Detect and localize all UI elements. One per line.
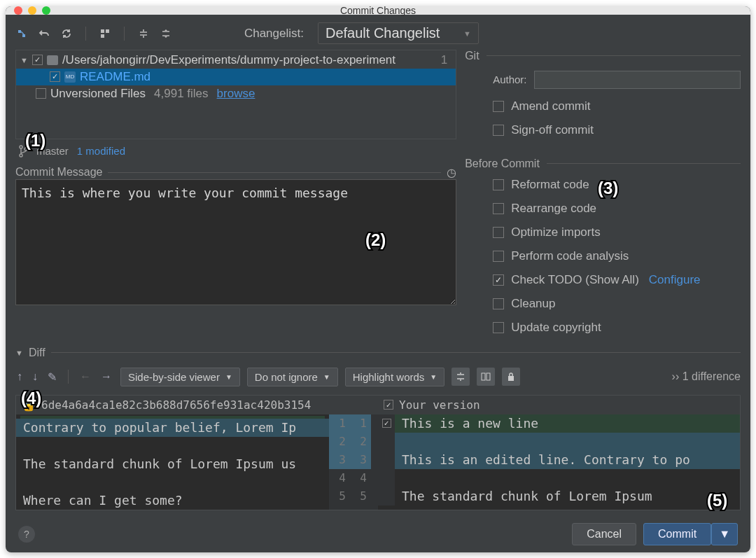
todo-checkbox[interactable] [493, 274, 504, 286]
tree-root-row[interactable]: ▼ /Users/jahongirr/DevExperiments/dummy-… [16, 52, 456, 69]
svg-rect-2 [101, 34, 104, 38]
prev-diff-icon[interactable]: ↑ [15, 370, 24, 383]
help-button[interactable]: ? [18, 526, 35, 543]
titlebar: Commit Changes [6, 6, 750, 15]
chevron-down-icon: ▼ [463, 29, 471, 38]
diff-count: ›› 1 difference [672, 370, 741, 383]
svg-rect-8 [508, 376, 514, 381]
copyright-label: Update copyright [511, 321, 601, 335]
file-row-readme[interactable]: MD README.md [16, 69, 456, 85]
collapse-all-icon[interactable] [160, 27, 172, 40]
rearrange-checkbox[interactable] [493, 203, 504, 214]
cleanup-label: Cleanup [511, 297, 555, 311]
diff-left: 🔒6de4a6a4ca1e82c3b688d7656fe931ac420b315… [16, 396, 378, 510]
chevron-down-icon: ▼ [225, 373, 232, 381]
collapse-unchanged-icon[interactable] [451, 368, 470, 386]
viewer-mode-select[interactable]: Side-by-side viewer▼ [120, 368, 240, 386]
diff-right: Your version This is a new line This is … [378, 396, 740, 510]
chevron-down-icon: ▼ [430, 373, 437, 381]
svg-rect-6 [482, 373, 485, 380]
diff-toolbar: ↑ ↓ ✎ ← → Side-by-side viewer▼ Do not ig… [15, 365, 741, 389]
group-by-icon[interactable] [99, 27, 111, 40]
diff-gutter: 12345 12345 [329, 414, 378, 510]
refresh-icon[interactable] [60, 27, 73, 40]
cleanup-checkbox[interactable] [493, 298, 504, 309]
changelist-select[interactable]: Default Changelist ▼ [318, 22, 479, 44]
changed-files-tree: ▼ /Users/jahongirr/DevExperiments/dummy-… [15, 50, 456, 139]
analysis-checkbox[interactable] [493, 251, 504, 262]
commit-message-header: Commit Message ◷ [15, 166, 456, 179]
expand-icon[interactable]: ▼ [20, 56, 28, 64]
svg-point-3 [20, 146, 22, 148]
commit-dropdown-button[interactable]: ▼ [711, 523, 738, 545]
right-code[interactable]: This is a new line This is an edited lin… [395, 414, 740, 505]
close-window-button[interactable] [14, 6, 22, 15]
minimize-window-button[interactable] [28, 6, 36, 15]
nav-forward-icon[interactable]: → [99, 370, 113, 383]
unversioned-label: Unversioned Files [50, 87, 146, 101]
diff-title: Diff [29, 347, 46, 359]
file-checkbox[interactable] [50, 71, 60, 82]
folder-icon [47, 55, 58, 65]
window-title: Commit Changes [6, 6, 750, 16]
amend-checkbox[interactable] [493, 101, 504, 112]
show-diff-icon[interactable] [15, 27, 28, 40]
changelist-value: Default Changelist [326, 25, 440, 41]
unversioned-row[interactable]: Unversioned Files 4,991 files browse [16, 85, 456, 102]
zoom-window-button[interactable] [42, 6, 50, 15]
copyright-checkbox[interactable] [493, 322, 504, 333]
before-commit-title: Before Commit [465, 158, 540, 170]
left-revision: 6de4a6a4ca1e82c3b688d7656fe931ac420b3154 [41, 398, 311, 412]
todo-label: Check TODO (Show All) [511, 273, 639, 287]
browse-link[interactable]: browse [217, 87, 255, 101]
undo-icon[interactable] [38, 27, 50, 40]
branch-icon [18, 145, 28, 158]
svg-rect-0 [101, 29, 104, 33]
file-name: README.md [80, 70, 150, 84]
cancel-button[interactable]: Cancel [572, 523, 636, 545]
optimize-label: Optimize imports [511, 225, 601, 239]
rearrange-label: Rearrange code [511, 202, 596, 216]
diff-section-header[interactable]: ▼ Diff [15, 347, 741, 359]
edit-icon[interactable]: ✎ [46, 370, 58, 384]
analysis-label: Perform code analysis [511, 249, 629, 263]
commit-message-label: Commit Message [15, 166, 102, 179]
right-checkbox[interactable] [384, 400, 393, 410]
right-revision: Your version [399, 398, 480, 412]
right-checkbox-gutter [378, 414, 395, 505]
reformat-checkbox[interactable] [493, 179, 504, 190]
commit-message-input[interactable] [15, 179, 456, 305]
author-label: Author: [493, 74, 526, 85]
collapse-icon[interactable]: ▼ [15, 349, 23, 357]
left-code[interactable]: Contrary to popular belief, Lorem Ip The… [16, 414, 329, 510]
unversioned-count: 4,991 files [154, 87, 209, 101]
author-input[interactable] [534, 71, 741, 89]
svg-point-4 [20, 154, 22, 157]
lock-icon: 🔒 [22, 398, 36, 412]
diff-viewer: 🔒6de4a6a4ca1e82c3b688d7656fe931ac420b315… [15, 395, 741, 510]
commit-button[interactable]: Commit [643, 523, 711, 545]
expand-all-icon[interactable] [137, 27, 150, 40]
reformat-label: Reformat code [511, 178, 589, 192]
ignore-select[interactable]: Do not ignore▼ [247, 368, 338, 386]
git-section-title: Git [465, 50, 479, 62]
changelist-label: Changelist: [244, 27, 304, 41]
unversioned-checkbox[interactable] [36, 88, 46, 99]
lock-icon[interactable] [502, 368, 520, 386]
markdown-file-icon: MD [64, 71, 76, 83]
next-diff-icon[interactable]: ↓ [31, 370, 39, 383]
highlight-select[interactable]: Highlight words▼ [345, 368, 444, 386]
amend-label: Amend commit [511, 99, 590, 113]
signoff-checkbox[interactable] [493, 125, 504, 136]
svg-point-5 [24, 148, 27, 151]
configure-link[interactable]: Configure [649, 273, 701, 287]
sync-scroll-icon[interactable] [477, 368, 495, 386]
signoff-label: Sign-off commit [511, 123, 594, 137]
history-icon[interactable]: ◷ [447, 166, 456, 179]
branch-modified: 1 modified [77, 145, 125, 157]
line-checkbox[interactable] [382, 419, 391, 428]
commit-toolbar: Changelist: Default Changelist ▼ [15, 23, 741, 44]
root-checkbox[interactable] [32, 55, 43, 65]
optimize-checkbox[interactable] [493, 227, 504, 238]
root-path: /Users/jahongirr/DevExperiments/dummy-pr… [62, 53, 396, 67]
